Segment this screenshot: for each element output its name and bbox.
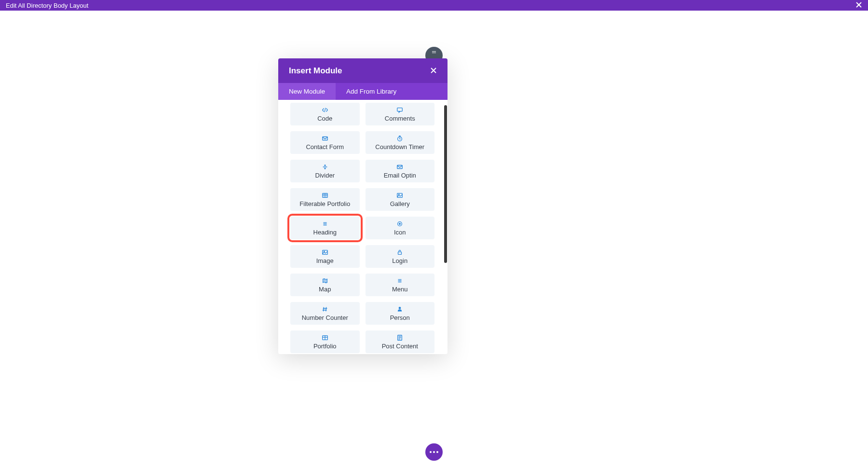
module-menu[interactable]: Menu [366, 274, 435, 296]
tab-add-from-library[interactable]: Add From Library [336, 83, 407, 100]
image-icon [396, 192, 403, 199]
insert-module-modal: Insert Module New Module Add From Librar… [278, 58, 448, 354]
svg-point-8 [399, 223, 401, 224]
module-map[interactable]: Map [290, 274, 360, 296]
module-heading[interactable]: Heading [290, 217, 360, 239]
divider-icon [322, 164, 328, 170]
module-label: Heading [313, 229, 337, 236]
top-bar-title: Edit All Directory Body Layout [6, 2, 88, 9]
module-portfolio[interactable]: Portfolio [290, 330, 360, 353]
module-label: Login [392, 257, 407, 264]
modal-body: Code Comments Contact Form [278, 100, 448, 354]
module-post-content[interactable]: Post Content [366, 330, 435, 353]
module-label: Menu [392, 286, 408, 293]
module-countdown-timer[interactable]: Countdown Timer [366, 131, 435, 154]
dot-icon [436, 451, 438, 453]
target-icon [396, 220, 403, 227]
person-icon [396, 306, 403, 313]
dot-icon [430, 451, 432, 453]
modal-close-button[interactable] [430, 67, 437, 75]
envelope-icon [322, 135, 328, 142]
svg-rect-4 [323, 193, 328, 197]
settings-fab[interactable] [425, 443, 443, 461]
modal-title: Insert Module [289, 66, 342, 76]
tab-new-module[interactable]: New Module [278, 83, 336, 100]
module-code[interactable]: Code [290, 103, 360, 125]
hash-icon [322, 306, 328, 313]
lock-icon [396, 249, 403, 256]
menu-icon [396, 277, 403, 284]
dot-icon [433, 451, 435, 453]
svg-rect-11 [398, 252, 402, 254]
svg-point-12 [399, 307, 401, 309]
module-filterable-portfolio[interactable]: Filterable Portfolio [290, 188, 360, 211]
module-comments[interactable]: Comments [366, 103, 435, 125]
module-label: Countdown Timer [375, 143, 424, 151]
clock-icon [396, 135, 403, 142]
module-image[interactable]: Image [290, 245, 360, 268]
envelope-icon [396, 164, 403, 170]
svg-rect-3 [397, 165, 403, 168]
map-icon [322, 277, 328, 284]
document-icon [396, 334, 403, 341]
module-label: Icon [394, 229, 406, 236]
module-label: Portfolio [313, 343, 337, 350]
module-grid: Code Comments Contact Form [278, 100, 448, 354]
canvas: Insert Module New Module Add From Librar… [0, 11, 868, 467]
module-label: Map [319, 286, 331, 293]
modal-tabs: New Module Add From Library [278, 83, 448, 100]
svg-point-10 [324, 251, 325, 252]
grid-icon [322, 334, 328, 341]
heading-icon [322, 220, 328, 227]
module-person[interactable]: Person [366, 302, 435, 325]
module-label: Gallery [390, 200, 410, 207]
grid-icon [322, 192, 328, 199]
module-number-counter[interactable]: Number Counter [290, 302, 360, 325]
module-label: Contact Form [306, 143, 344, 151]
modal-header: Insert Module [278, 58, 448, 83]
module-label: Number Counter [302, 314, 348, 321]
module-label: Filterable Portfolio [299, 200, 350, 207]
module-label: Post Content [382, 343, 418, 350]
code-icon [322, 107, 328, 113]
module-login[interactable]: Login [366, 245, 435, 268]
module-email-optin[interactable]: Email Optin [366, 160, 435, 182]
module-label: Person [390, 314, 410, 321]
comments-icon [396, 107, 403, 113]
svg-rect-1 [323, 137, 328, 140]
module-gallery[interactable]: Gallery [366, 188, 435, 211]
module-label: Divider [315, 172, 335, 179]
image-icon [322, 249, 328, 256]
svg-point-6 [399, 194, 400, 195]
svg-rect-0 [397, 108, 403, 111]
module-label: Image [316, 257, 334, 264]
module-label: Code [317, 115, 332, 122]
scrollbar-thumb[interactable] [444, 105, 447, 263]
module-label: Comments [385, 115, 415, 122]
module-icon[interactable]: Icon [366, 217, 435, 239]
top-bar: Edit All Directory Body Layout [0, 0, 868, 11]
top-bar-close-button[interactable] [855, 1, 862, 10]
module-divider[interactable]: Divider [290, 160, 360, 182]
module-label: Email Optin [384, 172, 416, 179]
module-contact-form[interactable]: Contact Form [290, 131, 360, 154]
